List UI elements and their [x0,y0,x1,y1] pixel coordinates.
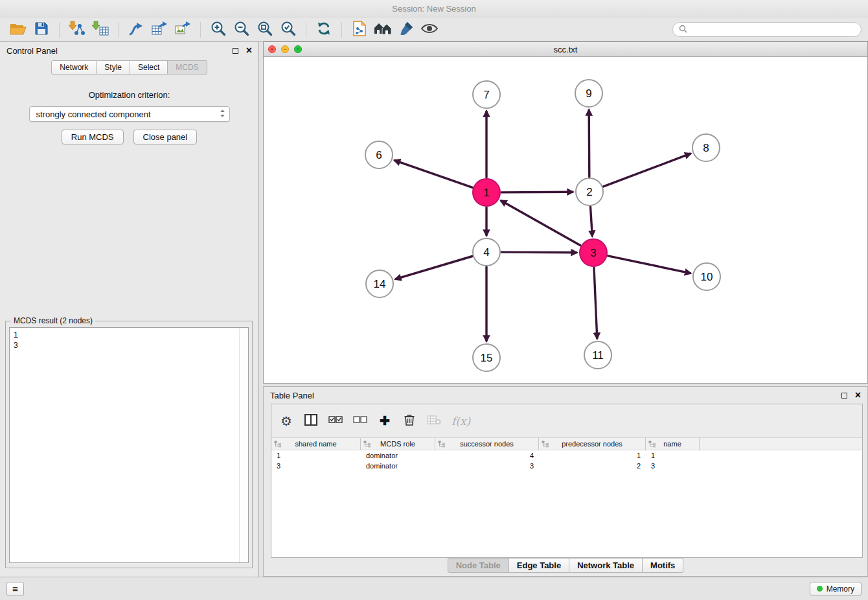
save-session-button[interactable] [30,20,53,40]
graph-edge-1-2[interactable] [501,192,573,192]
graph-node-label: 8 [703,142,709,154]
export-image-button[interactable] [171,20,194,40]
graph-edge-2-9[interactable] [589,110,589,177]
open-file-button[interactable] [6,20,30,40]
import-table-button[interactable] [89,20,112,40]
function-builder-button[interactable]: f(x) [451,413,470,430]
table-cell[interactable]: 1 [271,450,361,461]
optimization-criterion-dropdown[interactable]: strongly connected component [29,106,230,122]
table-cell[interactable]: dominator [361,450,435,461]
search-box[interactable] [672,22,862,37]
table-cell[interactable]: 3 [271,461,361,471]
delete-table-icon [427,415,441,428]
table-cell[interactable]: 4 [435,450,539,461]
graph-edge-4-3[interactable] [501,252,577,253]
eye-icon [420,22,439,38]
select-all-columns-button[interactable] [328,413,343,430]
graph-node-4[interactable]: 4 [473,238,500,266]
import-network-button[interactable] [65,20,89,40]
graph-node-14[interactable]: 14 [366,270,393,297]
table-tab-motifs[interactable]: Motifs [643,558,683,573]
copy-network-button[interactable] [348,20,371,40]
graph-edge-3-10[interactable] [608,256,691,273]
table-row[interactable]: 1dominator411 [271,450,862,461]
column-header-name[interactable]: name [646,438,700,450]
zoom-in-button[interactable] [207,20,230,40]
table-row[interactable]: 3dominator323 [271,461,862,471]
network-graph[interactable]: 7968124314101511 [264,57,867,383]
refresh-view-button[interactable] [312,20,336,40]
window-title: Session: New Session [392,4,475,14]
control-panel-tab-style[interactable]: Style [97,60,130,75]
maximize-window-button[interactable]: + [294,45,302,53]
zoom-out-button[interactable] [230,20,253,40]
float-panel-icon[interactable] [233,48,238,54]
zoom-fit-button[interactable] [253,20,277,40]
export-network-icon [128,21,144,39]
table-cell[interactable]: 2 [539,461,646,471]
table-cell[interactable]: 3 [435,461,539,471]
table-cell[interactable]: 1 [646,450,700,461]
graph-node-2[interactable]: 2 [576,178,603,205]
memory-button[interactable]: Memory [810,582,862,596]
deselect-all-columns-button[interactable] [353,413,367,430]
show-graphics-details-button[interactable] [418,20,441,40]
export-network-button[interactable] [124,20,148,40]
close-window-button[interactable]: × [268,45,276,53]
floppy-disk-icon [34,21,49,38]
minimize-window-button[interactable]: − [281,45,289,53]
column-header-MCDS-role[interactable]: MCDS role [361,438,435,450]
table-tab-edge-table[interactable]: Edge Table [509,558,569,573]
graph-node-11[interactable]: 11 [584,341,611,369]
float-table-panel-icon[interactable] [841,393,847,398]
column-header-successor-nodes[interactable]: successor nodes [435,438,539,450]
table-settings-button[interactable]: ⚙ [279,413,293,430]
graph-edge-3-11[interactable] [594,268,597,338]
control-panel-tab-select[interactable]: Select [130,60,168,75]
graph-node-label: 1 [483,187,489,199]
show-columns-button[interactable] [304,413,318,430]
graph-node-15[interactable]: 15 [473,344,500,371]
graph-node-3[interactable]: 3 [580,239,607,266]
task-history-button[interactable]: ≡ [6,582,24,596]
graph-node-7[interactable]: 7 [473,81,500,108]
graph-node-9[interactable]: 9 [575,80,602,107]
run-mcds-button[interactable]: Run MCDS [62,130,124,144]
mcds-result-item[interactable]: 3 [14,340,244,351]
mcds-result-list[interactable]: 13 [9,327,249,563]
graph-node-6[interactable]: 6 [365,141,393,168]
close-control-panel-icon[interactable]: × [246,47,252,54]
column-header-predecessor-nodes[interactable]: predecessor nodes [539,438,646,450]
apply-style-button[interactable] [394,20,418,40]
table-tab-node-table[interactable]: Node Table [448,558,509,573]
search-input[interactable] [691,25,855,34]
control-panel-tab-network[interactable]: Network [51,60,97,75]
control-panel-tab-mcds[interactable]: MCDS [168,60,207,75]
table-tab-network-table[interactable]: Network Table [569,558,643,573]
graph-edge-2-3[interactable] [591,207,593,236]
network-overview-button[interactable] [371,20,394,40]
table-cell[interactable]: dominator [361,461,435,471]
graph-edge-2-8[interactable] [604,154,691,187]
delete-columns-button[interactable] [402,413,417,430]
table-cell[interactable]: 3 [646,461,700,471]
graph-node-8[interactable]: 8 [692,134,720,161]
delete-table-button[interactable] [427,413,441,430]
graph-edge-3-1[interactable] [501,201,580,246]
export-table-button[interactable] [148,20,171,40]
column-header-shared-name[interactable]: shared name [271,438,361,450]
graph-edge-1-6[interactable] [395,161,473,188]
zoom-selected-button[interactable] [277,20,300,40]
add-column-button[interactable]: ✚ [378,413,392,430]
mcds-result-item[interactable]: 1 [14,330,244,340]
result-scrollbar[interactable] [239,328,248,562]
control-panel-header: Control Panel × [0,42,258,59]
graph-node-1[interactable]: 1 [473,179,500,206]
graph-node-10[interactable]: 10 [693,263,720,290]
plus-icon: ✚ [380,413,390,428]
table-cell[interactable]: 1 [539,450,646,461]
close-panel-button[interactable]: Close panel [133,130,198,144]
status-bar: ≡ Memory [0,577,868,600]
graph-edge-4-14[interactable] [396,257,472,279]
close-table-panel-icon[interactable]: × [855,391,861,399]
